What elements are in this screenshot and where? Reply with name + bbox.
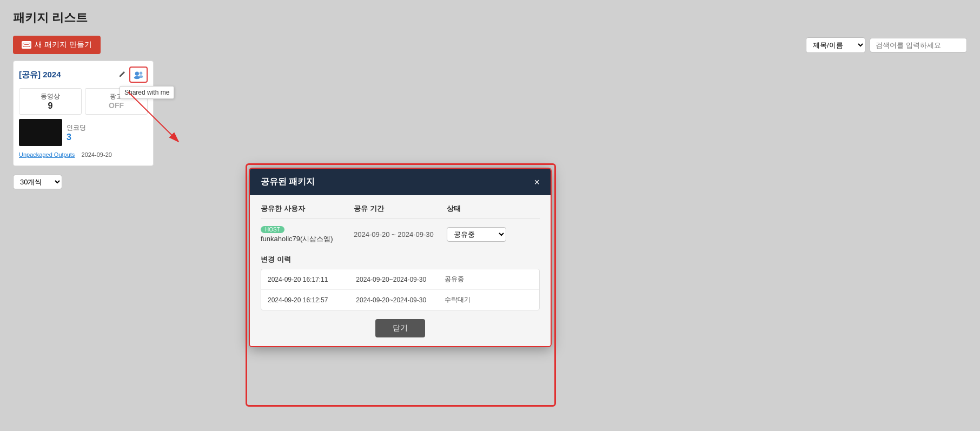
sort-select[interactable]: 제목/이름	[806, 37, 865, 53]
encoding-value: 3	[67, 132, 86, 142]
modal-table-header: 공유한 사용자 공유 기간 상태	[261, 204, 540, 218]
modal-close-button[interactable]: ×	[534, 177, 540, 187]
page-title: 패키지 리스트	[13, 10, 967, 26]
stat-ad-value: OFF	[88, 101, 145, 110]
stat-video: 동영상 9	[19, 88, 82, 115]
encoding-label: 인코딩	[67, 123, 86, 132]
history-table: 2024-09-20 16:17:11 2024-09-20~2024-09-3…	[261, 269, 540, 310]
card-icons: Shared with me	[117, 67, 148, 83]
history-period-1: 2024-09-20~2024-09-30	[356, 276, 444, 283]
history-period-2: 2024-09-20~2024-09-30	[356, 296, 444, 304]
modal-body: 공유한 사용자 공유 기간 상태 HOST funkaholic79(시삽스엠)…	[250, 195, 551, 310]
per-page-select[interactable]: 30개씩 10개씩 20개씩 50개씩	[13, 175, 62, 189]
header-period: 공유 기간	[354, 204, 447, 214]
header-user: 공유한 사용자	[261, 204, 354, 214]
status-dropdown[interactable]: 공유중 수락대기 거절	[447, 227, 506, 242]
svg-point-6	[139, 75, 143, 78]
history-label: 변경 이력	[261, 255, 540, 264]
new-package-icon	[22, 41, 31, 49]
history-datetime-2: 2024-09-20 16:12:57	[268, 296, 356, 304]
modal-title: 공유된 패키지	[261, 176, 315, 188]
file-date: 2024-09-20	[82, 151, 112, 158]
history-datetime-1: 2024-09-20 16:17:11	[268, 276, 356, 283]
toolbar: 새 패키지 만들기 제목/이름	[0, 32, 980, 61]
history-status-1: 공유중	[445, 275, 533, 284]
video-thumbnail	[19, 119, 62, 146]
modal-footer: 닫기	[250, 310, 551, 346]
thumbnail-row: 인코딩 3	[19, 119, 148, 146]
modal-header: 공유된 패키지 ×	[250, 169, 551, 195]
shared-with-tooltip: Shared with me	[120, 86, 174, 99]
share-users-icon	[133, 69, 144, 80]
user-info: HOST funkaholic79(시삽스엠)	[261, 225, 354, 244]
user-name: funkaholic79(시삽스엠)	[261, 234, 354, 244]
file-info: Unpackaged Outputs 2024-09-20	[19, 150, 112, 160]
svg-point-5	[140, 72, 142, 75]
status-cell: 공유중 수락대기 거절	[447, 227, 540, 242]
search-input[interactable]	[870, 38, 967, 52]
card-title: [공유] 2024	[19, 70, 61, 80]
file-info-row: Unpackaged Outputs 2024-09-20	[19, 150, 148, 160]
header-status: 상태	[447, 204, 540, 214]
shared-package-modal: 공유된 패키지 × 공유한 사용자 공유 기간 상태 HOST funkahol…	[249, 168, 552, 347]
new-package-button[interactable]: 새 패키지 만들기	[13, 36, 101, 54]
stat-video-value: 9	[22, 101, 79, 111]
toolbar-right: 제목/이름	[806, 37, 967, 53]
svg-rect-2	[24, 44, 29, 45]
edit-icon-button[interactable]	[117, 69, 127, 81]
history-row-2: 2024-09-20 16:12:57 2024-09-20~2024-09-3…	[261, 290, 539, 310]
history-row-1: 2024-09-20 16:17:11 2024-09-20~2024-09-3…	[261, 269, 539, 290]
stat-video-label: 동영상	[22, 92, 79, 101]
history-section: 변경 이력 2024-09-20 16:17:11 2024-09-20~202…	[261, 255, 540, 310]
main-content: [공유] 2024 Shared with me 동영상	[0, 61, 980, 189]
card-header: [공유] 2024 Shared with me	[19, 67, 148, 83]
share-icon-button[interactable]: Shared with me	[129, 67, 148, 83]
encoding-cell: 인코딩 3	[67, 123, 86, 142]
host-badge: HOST	[261, 226, 284, 233]
package-card: [공유] 2024 Shared with me 동영상	[13, 61, 154, 166]
share-period: 2024-09-20 ~ 2024-09-30	[354, 230, 447, 238]
modal-close-btn[interactable]: 닫기	[375, 319, 425, 337]
file-name[interactable]: Unpackaged Outputs	[19, 151, 75, 158]
user-row: HOST funkaholic79(시삽스엠) 2024-09-20 ~ 202…	[261, 223, 540, 249]
svg-point-3	[135, 72, 139, 76]
history-status-2: 수락대기	[445, 295, 533, 304]
